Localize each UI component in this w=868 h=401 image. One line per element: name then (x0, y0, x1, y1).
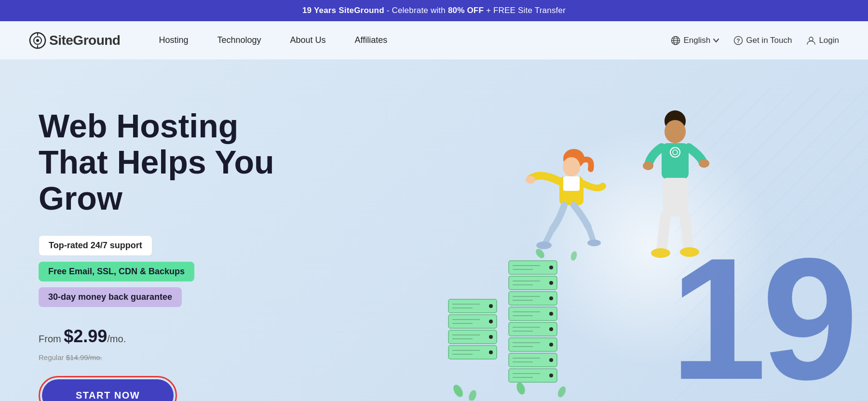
nav-technology[interactable]: Technology (203, 30, 275, 50)
svg-point-74 (467, 389, 477, 401)
login-icon (806, 36, 816, 45)
svg-point-76 (556, 386, 568, 399)
start-now-button[interactable]: START NOW (42, 379, 174, 401)
feature-money-back: 30-day money back guarantee (39, 287, 182, 307)
hero-title: Web Hosting That Helps You Grow (39, 108, 318, 216)
svg-point-2 (36, 39, 39, 42)
feature-email-ssl: Free Email, SSL, CDN & Backups (39, 262, 194, 281)
logo-area[interactable]: SiteGround (29, 32, 120, 49)
svg-point-87 (665, 120, 686, 143)
svg-point-92 (699, 159, 709, 168)
hero-figures (482, 107, 781, 386)
feature-support: Top-rated 24/7 support (39, 235, 152, 256)
promo-banner: 19 Years SiteGround - Celebrate with 80%… (0, 0, 868, 21)
language-selector[interactable]: English (671, 36, 719, 45)
nav-hosting[interactable]: Hosting (144, 30, 203, 50)
svg-rect-93 (663, 178, 688, 216)
nav-affiliates[interactable]: Affiliates (340, 30, 402, 50)
price-per-label: /mo. (107, 334, 126, 344)
svg-point-85 (587, 240, 601, 246)
pricing-info: From $2.99/mo. (39, 326, 318, 347)
hero-section: Web Hosting That Helps You Grow Top-rate… (0, 60, 868, 401)
help-icon: ? (733, 36, 743, 45)
get-in-touch-label: Get in Touch (746, 36, 792, 45)
chevron-down-icon (713, 39, 719, 42)
hero-illustration: 19 (405, 87, 868, 401)
svg-point-80 (563, 157, 580, 176)
svg-text:?: ? (737, 38, 740, 44)
features-list: Top-rated 24/7 support Free Email, SSL, … (39, 235, 318, 307)
svg-point-94 (651, 248, 670, 258)
login-button[interactable]: Login (806, 36, 839, 45)
nav-links: Hosting Technology About Us Affiliates (144, 30, 671, 50)
price-from-label: From (39, 334, 64, 344)
hero-title-line2: That Helps You Grow (39, 144, 274, 216)
get-in-touch[interactable]: ? Get in Touch (733, 36, 792, 45)
svg-point-84 (536, 241, 552, 249)
logo-text: SiteGround (49, 33, 120, 48)
svg-rect-82 (563, 176, 580, 191)
login-label: Login (819, 36, 839, 45)
nav-right: English ? Get in Touch Login (671, 36, 839, 45)
hero-content: Web Hosting That Helps You Grow Top-rate… (39, 98, 318, 401)
banner-bold-1: 19 Years SiteGround (302, 6, 384, 15)
svg-point-95 (680, 247, 699, 257)
main-nav: SiteGround Hosting Technology About Us A… (0, 21, 868, 60)
price-amount: $2.99 (64, 326, 107, 346)
start-now-button-wrapper[interactable]: START NOW (39, 376, 177, 401)
svg-point-12 (809, 37, 813, 41)
nav-about-us[interactable]: About Us (276, 30, 340, 50)
banner-post: + FREE Site Transfer (484, 6, 566, 15)
banner-bold-2: 80% OFF (448, 6, 484, 15)
price-regular: Regular $14.99/mo. (39, 353, 318, 361)
svg-point-73 (451, 383, 465, 399)
svg-point-83 (526, 176, 535, 184)
siteground-logo-icon (29, 32, 46, 49)
banner-mid: - Celebrate with (384, 6, 448, 15)
hero-title-line1: Web Hosting (39, 107, 238, 144)
language-label: English (683, 36, 710, 45)
original-price: $14.99/mo. (66, 353, 102, 361)
language-icon (671, 36, 680, 45)
svg-point-91 (643, 161, 653, 170)
